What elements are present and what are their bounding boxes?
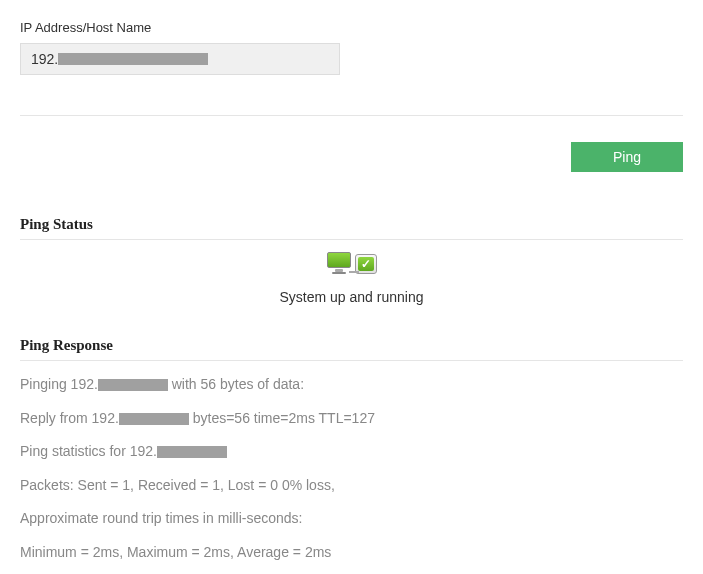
ping-button[interactable]: Ping [571,142,683,172]
response-line-4: Packets: Sent = 1, Received = 1, Lost = … [20,476,683,496]
redacted-host [58,53,208,65]
status-message: System up and running [20,289,683,305]
response-line-6: Minimum = 2ms, Maximum = 2ms, Average = … [20,543,683,563]
redacted-ip [119,413,189,425]
host-input-prefix: 192. [31,51,58,67]
response-line-1: Pinging 192. with 56 bytes of data: [20,375,683,395]
response-line-3: Ping statistics for 192. [20,442,683,462]
response-line-5: Approximate round trip times in milli-se… [20,509,683,529]
divider [20,360,683,361]
status-heading: Ping Status [20,216,683,233]
button-row: Ping [20,116,683,172]
redacted-ip [157,446,227,458]
response-heading: Ping Response [20,337,683,354]
status-icons: ✓ [327,252,377,274]
redacted-ip [98,379,168,391]
host-label: IP Address/Host Name [20,20,683,35]
response-line-2: Reply from 192. bytes=56 time=2ms TTL=12… [20,409,683,429]
host-input[interactable]: 192. [20,43,340,75]
status-block: ✓ System up and running [20,240,683,309]
monitor-icon [327,252,351,274]
